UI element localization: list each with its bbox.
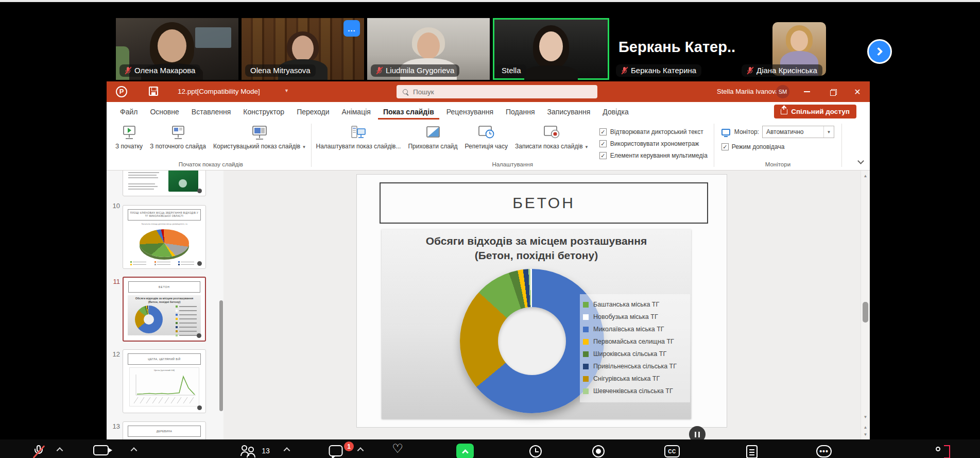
video-tile-olena-mitryasova[interactable]: ... Olena Mitryasova xyxy=(242,18,364,80)
video-tile-stella[interactable]: Stella xyxy=(493,18,609,80)
checkbox-presenter-view[interactable]: ✓ Режим доповідача xyxy=(721,143,834,150)
chat-options-chevron[interactable] xyxy=(358,445,363,453)
group-label: Монітори xyxy=(715,161,840,170)
slide-area-scrollbar[interactable]: ▲ ▼ ▲ ▼ xyxy=(861,171,870,439)
checkbox-play-narration[interactable]: ✓ Відтворювати дикторський текст xyxy=(599,128,708,135)
collapse-ribbon-button[interactable] xyxy=(858,159,864,164)
custom-slideshow-button[interactable]: Користувацький показ слайдів ▼ xyxy=(210,123,310,161)
monitor-select[interactable]: Автоматично ▼ xyxy=(762,126,834,138)
slide-title-box[interactable]: БЕТОН xyxy=(380,182,708,224)
tab-insert[interactable]: Вставлення xyxy=(186,104,236,120)
chevron-down-icon[interactable]: ▼ xyxy=(284,88,289,93)
slide-thumbnail-partial[interactable] xyxy=(123,171,206,196)
participants-options-chevron[interactable] xyxy=(285,445,289,453)
donut-hole xyxy=(498,307,566,375)
slide-thumbnail-panel: 10 ПЛОЩІ КЛЮЧОВИХ МІСЦЬ ЗБЕРІГАННЯ ВІДХО… xyxy=(107,171,223,439)
timer-button[interactable] xyxy=(529,445,542,457)
from-beginning-button[interactable]: З початку xyxy=(112,123,146,161)
thumbnail-title: ДЕРЕВИНА xyxy=(128,426,201,437)
scroll-down-icon[interactable]: ▼ xyxy=(861,415,870,419)
participants-button[interactable] xyxy=(240,445,256,458)
scroll-up-icon[interactable]: ▲ xyxy=(861,174,870,178)
account-avatar[interactable]: SM xyxy=(776,85,789,98)
ppt-titlebar: P 12.ppt[Compatibility Mode] ▼ Stella Ma… xyxy=(107,81,870,102)
record-slideshow-button[interactable]: Записати показ слайдів ▼ xyxy=(511,123,592,161)
hide-slide-icon xyxy=(425,125,441,140)
tab-file[interactable]: Файл xyxy=(115,104,143,120)
search-icon xyxy=(403,89,408,95)
tab-recording[interactable]: Записування xyxy=(542,104,596,120)
video-button[interactable] xyxy=(93,445,109,455)
share-button[interactable]: Спільний доступ xyxy=(774,105,856,118)
search-box[interactable] xyxy=(397,85,597,98)
save-icon[interactable] xyxy=(149,87,158,96)
media-indicator-icon xyxy=(197,333,201,338)
tab-transitions[interactable]: Переходи xyxy=(291,104,334,120)
checkbox-use-timings[interactable]: ✓ Використовувати хронометраж xyxy=(599,140,708,147)
share-screen-button[interactable] xyxy=(456,444,474,458)
chevron-down-icon: ▼ xyxy=(302,145,306,149)
person-silhouette xyxy=(790,30,808,51)
slide-thumbnail-12[interactable]: ЦЕГЛА, ЦЕГЛЯНИЙ БІЙ Цегла (цегляний бій) xyxy=(123,349,206,413)
powerpoint-icon[interactable]: P xyxy=(116,86,127,97)
slide-thumbnail-10[interactable]: ПЛОЩІ КЛЮЧОВИХ МІСЦЬ ЗБЕРІГАННЯ ВІДХОДІВ… xyxy=(123,205,206,269)
slide-thumbnail-11-selected[interactable]: БЕТОН Обсяги відходів за місцем розташув… xyxy=(123,277,206,342)
tab-home[interactable]: Основне xyxy=(145,104,184,120)
search-input[interactable] xyxy=(413,88,578,96)
more-button[interactable]: ••• xyxy=(816,445,832,457)
reactions-button[interactable]: ♡ xyxy=(392,444,403,454)
rehearse-clock-icon xyxy=(477,125,495,140)
person-silhouette xyxy=(292,36,314,61)
video-tile-olena-makarova[interactable]: Олена Макарова xyxy=(116,18,238,80)
video-tile-diana-krysinska[interactable]: Діана Крисінська xyxy=(738,18,861,80)
tab-design[interactable]: Конструктор xyxy=(238,104,289,120)
legend-item: Первомайська селищна ТГ xyxy=(583,335,690,348)
next-slide-icon[interactable]: ▼ xyxy=(861,432,870,437)
close-button[interactable]: ✕ xyxy=(846,81,869,102)
next-gallery-page-button[interactable] xyxy=(867,39,892,64)
tab-review[interactable]: Рецензування xyxy=(441,104,498,120)
play-from-start-icon xyxy=(121,125,137,140)
chat-badge: 1 xyxy=(344,442,354,451)
tab-slideshow[interactable]: Показ слайдів xyxy=(378,104,439,120)
from-current-slide-button[interactable]: З поточного слайда xyxy=(146,123,210,161)
participant-name-label: Діана Крисінська xyxy=(742,64,822,77)
video-tile-liudmila-grygorieva[interactable]: Liudmila Grygorieva xyxy=(367,18,490,80)
slide-thumbnail-13[interactable]: ДЕРЕВИНА Обсяги, т xyxy=(123,421,206,439)
minimize-button[interactable] xyxy=(796,81,818,102)
tile-more-button[interactable]: ... xyxy=(343,20,360,37)
person-silhouette xyxy=(524,65,578,80)
chat-button[interactable] xyxy=(329,445,343,456)
hide-slide-button[interactable]: Приховати слайд xyxy=(404,123,461,161)
video-options-chevron[interactable] xyxy=(132,445,136,453)
chart-title: Обсяги відходів за місцем розташування (… xyxy=(382,234,691,263)
document-title: 12.ppt[Compatibility Mode] xyxy=(178,88,260,95)
rehearse-timings-button[interactable]: Репетиція часу xyxy=(461,123,511,161)
chat-icon xyxy=(329,445,343,456)
thumbnail-scrollbar[interactable] xyxy=(219,171,223,439)
notes-button[interactable] xyxy=(746,445,758,458)
captions-button[interactable]: CC xyxy=(664,445,680,457)
legend-item: Новобузька міська ТГ xyxy=(583,311,690,323)
tab-help[interactable]: Довідка xyxy=(597,104,633,120)
leave-button[interactable] xyxy=(936,445,950,458)
tab-view[interactable]: Подання xyxy=(501,104,540,120)
mic-options-chevron[interactable] xyxy=(58,445,62,453)
waste-donut-chart[interactable]: Обсяги відходів за місцем розташування (… xyxy=(382,229,691,419)
powerpoint-window: P 12.ppt[Compatibility Mode] ▼ Stella Ma… xyxy=(107,81,870,439)
share-screen-icon xyxy=(456,444,474,458)
mute-button[interactable] xyxy=(33,445,44,458)
setup-slideshow-button[interactable]: Налаштувати показ слайдів... xyxy=(313,123,405,161)
video-tile-berkan-katerina[interactable]: Беркань Катер... Беркань Катерина xyxy=(612,18,735,80)
slide-editing-area: БЕТОН Обсяги відходів за місцем розташув… xyxy=(223,171,870,439)
pause-button[interactable] xyxy=(689,426,706,439)
account-name[interactable]: Stella Mariia Ivanova xyxy=(717,88,779,95)
tab-animations[interactable]: Анімація xyxy=(337,104,376,120)
restore-button[interactable] xyxy=(821,81,844,102)
checkbox-checked-icon: ✓ xyxy=(599,128,607,135)
previous-slide-icon[interactable]: ▲ xyxy=(861,425,870,430)
checkbox-media-controls[interactable]: ✓ Елементи керування мультимедіа xyxy=(599,152,708,159)
record-show-icon xyxy=(543,125,560,140)
media-indicator-icon xyxy=(197,261,202,266)
record-button[interactable] xyxy=(592,445,605,457)
